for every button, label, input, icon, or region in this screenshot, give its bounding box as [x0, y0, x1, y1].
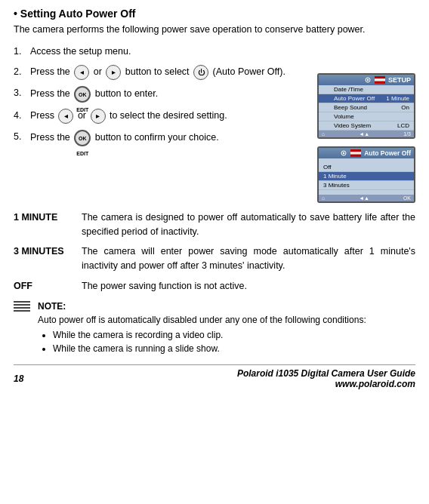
- gear-icon: [364, 76, 372, 84]
- note-label: NOTE:: [38, 301, 66, 312]
- autopower-screen: Auto Power Off Off 1 Minute 3 Minutes ⌂ …: [317, 146, 415, 203]
- page-indicator: 1/3: [403, 131, 411, 137]
- term-3minutes: 3 MINUTES: [14, 244, 82, 273]
- term-1minute: 1 MINUTE: [14, 211, 82, 239]
- setup-title: SETUP: [388, 76, 411, 84]
- note-line-1: [14, 301, 30, 303]
- step-5: 5. Press the OKEDIT button to confirm yo…: [14, 130, 310, 146]
- screenshots-column: SETUP Date /Time Auto Power Off1 Minute …: [317, 45, 415, 203]
- def-3minutes: The camera will enter power saving mode …: [82, 244, 415, 273]
- autopower-item-off: Off: [319, 163, 414, 172]
- descriptions-section: 1 MINUTE The camera is designed to power…: [14, 211, 415, 293]
- svg-rect-9: [350, 149, 361, 152]
- autopower-screen-footer: ⌂ ◄▲ OK: [319, 195, 414, 201]
- ok-label: OK: [403, 195, 411, 201]
- setup-screen-footer: ⌂ ◄▲ 1/3: [319, 131, 414, 137]
- home-icon-text: ⌂: [322, 131, 325, 137]
- step-4-text: Press ◂ or ▸ to select the desired setti…: [30, 109, 310, 124]
- flag-icon: [375, 76, 385, 84]
- svg-rect-10: [350, 152, 361, 154]
- bullet-2: While the camera is running a slide show…: [53, 342, 366, 355]
- ok-edit-icon: OKEDIT: [74, 86, 91, 103]
- setup-item-volume: Volume: [319, 112, 414, 121]
- note-content: NOTE: Auto power off is automatically di…: [38, 300, 366, 355]
- step-2: 2. Press the ◂ or ▸ button to select ⏻ (…: [14, 65, 310, 80]
- autopower-screen-header: Auto Power Off: [319, 148, 414, 158]
- def-1minute: The camera is designed to power off auto…: [82, 211, 415, 239]
- nav-arrows-2: ◄▲: [359, 195, 369, 201]
- step-5-number: 5.: [14, 130, 30, 146]
- intro-paragraph: The camera performs the following power …: [14, 23, 415, 37]
- setup-screen-header: SETUP: [319, 75, 414, 85]
- autopower-item-3min: 3 Minutes: [319, 181, 414, 190]
- step-4: 4. Press ◂ or ▸ to select the desired se…: [14, 109, 310, 124]
- steps-column: 1. Access the setup menu. 2. Press the ◂…: [14, 45, 310, 203]
- setup-screen: SETUP Date /Time Auto Power Off1 Minute …: [317, 73, 415, 139]
- ok-edit-icon-2: OKEDIT: [74, 130, 91, 146]
- bullet-1: While the camera is recording a video cl…: [53, 328, 366, 342]
- step-3-text: Press the OKEDIT button to enter.: [30, 86, 310, 103]
- power-icon: ⏻: [193, 65, 208, 80]
- desc-1minute: 1 MINUTE The camera is designed to power…: [14, 211, 415, 239]
- svg-rect-11: [350, 154, 361, 156]
- setup-item-datetime: Date /Time: [319, 85, 414, 94]
- setup-item-beepsound: Beep SoundOn: [319, 103, 414, 112]
- term-off: OFF: [14, 279, 82, 293]
- step-2-text: Press the ◂ or ▸ button to select ⏻ (Aut…: [30, 65, 310, 80]
- flag-icon-2: [350, 149, 361, 157]
- note-section: NOTE: Auto power off is automatically di…: [14, 300, 415, 355]
- step-3-number: 3.: [14, 86, 30, 103]
- svg-point-7: [343, 152, 344, 154]
- note-line-4: [14, 310, 30, 312]
- page-footer: 18 Polaroid i1035 Digital Camera User Gu…: [14, 364, 415, 389]
- step-3: 3. Press the OKEDIT button to enter.: [14, 86, 310, 103]
- scroll-icon-up: ◂: [58, 109, 73, 124]
- note-line-3: [14, 307, 30, 309]
- note-text: Auto power off is automatically disabled…: [38, 315, 366, 325]
- autopower-title: Auto Power Off: [364, 149, 411, 157]
- note-bullet-list: While the camera is recording a video cl…: [53, 328, 366, 355]
- home-icon-text-2: ⌂: [322, 195, 325, 201]
- step-1-text: Access the setup menu.: [30, 45, 310, 59]
- nav-arrows: ◄▲: [359, 131, 369, 137]
- footer-title-line2: www.polaroid.com: [237, 379, 415, 389]
- svg-point-1: [367, 79, 369, 81]
- note-line-2: [14, 304, 30, 306]
- gear-icon-2: [340, 149, 347, 157]
- desc-off: OFF The power saving function is not act…: [14, 279, 415, 293]
- desc-3minutes: 3 MINUTES The camera will enter power sa…: [14, 244, 415, 273]
- svg-rect-4: [375, 78, 385, 81]
- footer-title-line1: Polaroid i1035 Digital Camera User Guide: [237, 368, 415, 379]
- footer-title: Polaroid i1035 Digital Camera User Guide…: [237, 368, 415, 389]
- scroll-icon-right: ▸: [106, 65, 121, 80]
- setup-item-autopower: Auto Power Off1 Minute: [319, 94, 414, 103]
- step-1: 1. Access the setup menu.: [14, 45, 310, 59]
- note-icon-container: [14, 300, 35, 355]
- page-header: • Setting Auto Power Off: [14, 8, 415, 20]
- scroll-icon-left: ◂: [74, 65, 89, 80]
- autopower-item-1min: 1 Minute: [319, 172, 414, 181]
- svg-rect-5: [375, 81, 385, 83]
- def-off: The power saving function is not active.: [82, 279, 415, 293]
- step-1-number: 1.: [14, 45, 30, 59]
- scroll-icon-down: ▸: [91, 109, 106, 124]
- step-4-number: 4.: [14, 109, 30, 124]
- step-5-text: Press the OKEDIT button to confirm your …: [30, 130, 310, 146]
- step-2-number: 2.: [14, 65, 30, 80]
- page-number: 18: [14, 373, 23, 384]
- setup-item-videosystem: Video SystemLCD: [319, 121, 414, 131]
- svg-rect-3: [375, 76, 385, 78]
- section-title: • Setting Auto Power Off: [14, 8, 136, 20]
